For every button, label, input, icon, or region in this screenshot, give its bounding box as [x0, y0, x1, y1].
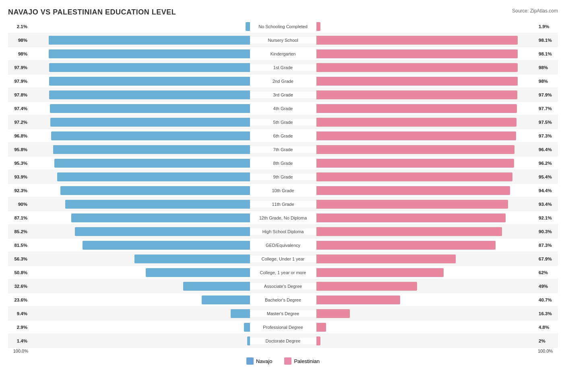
navajo-pct-label: 97.9% [8, 79, 29, 84]
navajo-legend-label: Navajo [256, 358, 272, 364]
chart-row: 2.1%No Schooling Completed1.9% [8, 20, 558, 33]
chart-row: 85.2%High School Diploma90.3% [8, 225, 558, 238]
palestinian-bar [316, 22, 320, 31]
navajo-bar [183, 282, 250, 291]
chart-row: 98%Nursery School98.1% [8, 33, 558, 47]
education-level-label: No Schooling Completed [250, 23, 316, 30]
chart-row: 97.2%5th Grade97.5% [8, 115, 558, 129]
chart-row: 97.4%4th Grade97.7% [8, 102, 558, 115]
chart-title: NAVAJO VS PALESTINIAN EDUCATION LEVEL [8, 8, 558, 16]
palestinian-bar [316, 131, 516, 140]
navajo-bar [49, 77, 250, 86]
palestinian-bar [316, 186, 510, 195]
navajo-pct-label: 97.4% [8, 106, 29, 111]
legend-palestinian: Palestinian [284, 357, 320, 365]
education-level-label: Nursery School [250, 37, 316, 43]
navajo-pct-label: 97.2% [8, 120, 29, 125]
navajo-bar [57, 172, 250, 181]
palestinian-pct-label: 98% [537, 79, 558, 84]
navajo-bar [60, 186, 250, 195]
education-level-label: 8th Grade [250, 160, 316, 166]
education-level-label: Doctorate Degree [250, 338, 316, 344]
navajo-pct-label: 2.9% [8, 325, 29, 330]
navajo-pct-label: 1.4% [8, 339, 29, 343]
education-level-label: Bachelor's Degree [250, 297, 316, 303]
navajo-bar [231, 309, 250, 318]
palestinian-pct-label: 1.9% [537, 24, 558, 29]
education-level-label: Master's Degree [250, 310, 316, 317]
palestinian-bar [316, 36, 518, 45]
chart-row: 50.8%College, 1 year or more62% [8, 266, 558, 279]
education-level-label: Professional Degree [250, 324, 316, 330]
education-level-label: 6th Grade [250, 133, 316, 139]
navajo-pct-label: 87.1% [8, 215, 29, 220]
palestinian-pct-label: 16.3% [537, 311, 558, 316]
palestinian-pct-label: 93.4% [537, 202, 558, 207]
palestinian-pct-label: 96.4% [537, 147, 558, 152]
palestinian-pct-label: 98.1% [537, 38, 558, 43]
navajo-pct-label: 23.6% [8, 298, 29, 302]
navajo-pct-label: 9.4% [8, 311, 29, 316]
education-level-label: High School Diploma [250, 228, 316, 235]
palestinian-pct-label: 97.7% [537, 106, 558, 111]
navajo-bar [83, 241, 250, 250]
palestinian-pct-label: 97.5% [537, 120, 558, 125]
palestinian-bar [316, 254, 456, 263]
education-level-label: 2nd Grade [250, 78, 316, 84]
navajo-bar [53, 145, 250, 154]
navajo-bar [49, 36, 250, 45]
palestinian-pct-label: 49% [537, 284, 558, 289]
education-level-label: 1st Grade [250, 64, 316, 71]
education-level-label: 3rd Grade [250, 92, 316, 98]
navajo-bar [202, 296, 250, 304]
education-level-label: Associate's Degree [250, 283, 316, 289]
chart-row: 97.9%1st Grade98% [8, 61, 558, 74]
palestinian-pct-label: 67.9% [537, 257, 558, 261]
navajo-bar [146, 268, 250, 277]
navajo-bar [71, 213, 250, 222]
education-level-label: GED/Equivalency [250, 242, 316, 248]
education-level-label: 5th Grade [250, 119, 316, 125]
education-level-label: 7th Grade [250, 146, 316, 153]
source-text: Source: ZipAtlas.com [512, 8, 558, 14]
palestinian-pct-label: 4.8% [537, 325, 558, 330]
navajo-bar [50, 104, 250, 113]
chart-container: NAVAJO VS PALESTINIAN EDUCATION LEVEL So… [8, 8, 558, 365]
navajo-pct-label: 98% [8, 51, 29, 56]
chart-body: 2.1%No Schooling Completed1.9%98%Nursery… [8, 20, 558, 348]
chart-row: 93.9%9th Grade95.4% [8, 170, 558, 184]
palestinian-bar [316, 241, 496, 250]
chart-row: 87.1%12th Grade, No Diploma92.1% [8, 211, 558, 225]
navajo-bar [246, 22, 250, 31]
navajo-pct-label: 85.2% [8, 229, 29, 234]
navajo-pct-label: 90% [8, 202, 29, 207]
palestinian-bar [316, 213, 506, 222]
palestinian-bar [316, 172, 512, 181]
navajo-pct-label: 97.8% [8, 92, 29, 97]
chart-row: 32.6%Associate's Degree49% [8, 279, 558, 293]
palestinian-bar [316, 159, 514, 168]
navajo-bar [75, 227, 250, 236]
navajo-pct-label: 95.8% [8, 147, 29, 152]
chart-row: 90%11th Grade93.4% [8, 197, 558, 211]
bottom-left-label: 100.0% [8, 349, 30, 353]
chart-row: 81.5%GED/Equivalency87.3% [8, 238, 558, 252]
chart-row: 97.8%3rd Grade97.9% [8, 88, 558, 102]
navajo-pct-label: 50.8% [8, 270, 29, 275]
palestinian-pct-label: 62% [537, 270, 558, 275]
chart-row: 96.8%6th Grade97.3% [8, 129, 558, 143]
bottom-right-label: 100.0% [536, 349, 558, 353]
navajo-pct-label: 96.8% [8, 133, 29, 138]
palestinian-pct-label: 96.2% [537, 161, 558, 166]
legend-navajo: Navajo [246, 357, 272, 365]
palestinian-pct-label: 92.1% [537, 215, 558, 220]
palestinian-pct-label: 87.3% [537, 243, 558, 248]
navajo-pct-label: 98% [8, 38, 29, 43]
navajo-bar [247, 337, 250, 345]
palestinian-pct-label: 97.3% [537, 133, 558, 138]
palestinian-bar [316, 200, 508, 209]
palestinian-pct-label: 40.7% [537, 298, 558, 302]
palestinian-legend-box [284, 357, 291, 365]
education-level-label: Kindergarten [250, 51, 316, 57]
palestinian-bar [316, 296, 400, 304]
